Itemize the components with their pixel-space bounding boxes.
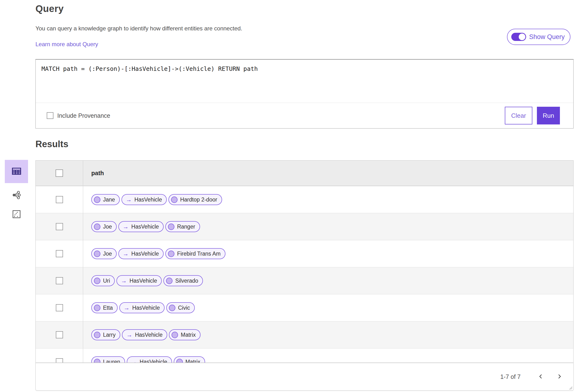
entity-pill-source[interactable]: Joe — [91, 221, 117, 232]
entity-pill-target[interactable]: Matrix — [169, 329, 200, 340]
header-path-cell: path — [83, 161, 573, 186]
link-chart-view-button[interactable] — [10, 189, 23, 202]
relationship-pill[interactable]: →HasVehicle — [117, 275, 162, 286]
relationship-label: HasVehicle — [134, 196, 162, 203]
entity-label: Hardtop 2-door — [180, 196, 217, 203]
node-icon — [176, 359, 183, 363]
query-editor: MATCH path = (:Person)-[:HasVehicle]->(:… — [35, 59, 574, 129]
node-icon — [169, 305, 175, 311]
entity-label: Lauren — [103, 359, 120, 363]
run-button[interactable]: Run — [537, 107, 560, 124]
entity-label: Uri — [103, 278, 110, 284]
node-icon — [168, 223, 174, 230]
relationship-pill[interactable]: →HasVehicle — [121, 194, 167, 205]
entity-label: Etta — [103, 305, 113, 311]
path-column-header: path — [91, 170, 104, 177]
relationship-pill[interactable]: →HasVehicle — [119, 302, 165, 313]
entity-label: Firebird Trans Am — [177, 251, 221, 257]
node-icon — [94, 251, 100, 257]
entity-pill-source[interactable]: Larry — [91, 329, 120, 340]
row-checkbox[interactable] — [56, 331, 63, 338]
table-header-row: path — [36, 161, 573, 186]
entity-pill-source[interactable]: Joe — [91, 248, 117, 259]
edge-arrow-icon: → — [124, 305, 130, 311]
node-icon — [94, 278, 100, 284]
relationship-label: HasVehicle — [132, 305, 160, 311]
row-checkbox[interactable] — [56, 223, 63, 230]
show-query-toggle[interactable]: Show Query — [507, 29, 571, 45]
entity-label: Joe — [103, 223, 112, 230]
node-icon — [171, 332, 178, 338]
pagination-bar: 1-7 of 7 — [35, 363, 574, 391]
node-icon — [94, 359, 100, 363]
entity-pill-target[interactable]: Ranger — [165, 221, 200, 232]
relationship-label: HasVehicle — [131, 251, 159, 257]
select-all-checkbox[interactable] — [56, 170, 63, 177]
node-icon — [94, 332, 100, 338]
row-checkbox[interactable] — [56, 277, 63, 284]
map-view-icon — [12, 209, 21, 220]
node-icon — [94, 305, 100, 311]
node-icon — [168, 251, 174, 257]
results-view-switcher — [5, 160, 28, 221]
next-page-button[interactable] — [554, 371, 565, 382]
table-row: Jane →HasVehicle Hardtop 2-door — [36, 186, 573, 213]
relationship-pill[interactable]: →HasVehicle — [118, 248, 164, 259]
edge-arrow-icon: → — [123, 223, 129, 230]
page-description: You can query a knowledge graph to ident… — [35, 25, 574, 32]
entity-label: Joe — [103, 251, 112, 257]
table-row: Larry →HasVehicle Matrix — [36, 321, 573, 348]
entity-label: Larry — [103, 332, 116, 338]
page-title: Query — [35, 3, 574, 14]
node-icon — [94, 196, 100, 203]
query-toolbar: Include Provenance Clear Run — [36, 103, 573, 128]
entity-pill-target[interactable]: Civic — [166, 302, 195, 313]
include-provenance-checkbox[interactable] — [47, 112, 53, 119]
clear-button[interactable]: Clear — [505, 107, 532, 124]
entity-pill-source[interactable]: Uri — [91, 275, 115, 286]
entity-label: Matrix — [185, 359, 200, 363]
node-icon — [166, 278, 172, 284]
entity-pill-source[interactable]: Jane — [91, 194, 120, 205]
table-row: Joe →HasVehicle Ranger — [36, 213, 573, 240]
row-checkbox[interactable] — [56, 250, 63, 257]
entity-pill-target[interactable]: Firebird Trans Am — [165, 248, 225, 259]
relationship-label: HasVehicle — [135, 332, 163, 338]
relationship-label: HasVehicle — [129, 278, 157, 284]
entity-pill-source[interactable]: Lauren — [91, 356, 125, 363]
entity-pill-target[interactable]: Silverado — [163, 275, 203, 286]
relationship-pill[interactable]: →HasVehicle — [127, 356, 172, 363]
edge-arrow-icon: → — [131, 358, 137, 363]
row-checkbox[interactable] — [56, 304, 63, 311]
previous-page-button[interactable] — [535, 371, 546, 382]
edge-arrow-icon: → — [126, 196, 132, 203]
include-provenance-label: Include Provenance — [57, 112, 110, 119]
toggle-switch-icon[interactable] — [511, 33, 526, 41]
query-text-input[interactable]: MATCH path = (:Person)-[:HasVehicle]->(:… — [36, 60, 573, 103]
map-view-button[interactable] — [10, 208, 23, 221]
edge-arrow-icon: → — [126, 331, 132, 338]
relationship-label: HasVehicle — [131, 223, 159, 230]
edge-arrow-icon: → — [123, 250, 129, 257]
chevron-left-icon — [538, 373, 544, 380]
table-row: Etta →HasVehicle Civic — [36, 294, 573, 321]
relationship-pill[interactable]: →HasVehicle — [118, 221, 164, 232]
link-chart-view-icon — [11, 190, 22, 201]
table-view-button[interactable] — [5, 160, 28, 183]
header-checkbox-cell — [36, 161, 83, 186]
main-content: Query You can query a knowledge graph to… — [35, 0, 574, 391]
row-checkbox[interactable] — [56, 358, 63, 363]
entity-label: Civic — [178, 305, 190, 311]
table-row: Lauren →HasVehicle Matrix — [36, 348, 573, 363]
learn-more-link[interactable]: Learn more about Query — [35, 41, 98, 48]
entity-pill-target[interactable]: Hardtop 2-door — [168, 194, 222, 205]
textarea-resize-handle-icon[interactable] — [568, 385, 572, 390]
row-checkbox[interactable] — [56, 196, 63, 203]
show-query-label: Show Query — [529, 33, 565, 41]
entity-pill-target[interactable]: Matrix — [174, 356, 205, 363]
entity-pill-source[interactable]: Etta — [91, 302, 118, 313]
entity-label: Silverado — [175, 278, 198, 284]
chevron-right-icon — [556, 373, 563, 380]
node-icon — [94, 223, 100, 230]
relationship-pill[interactable]: →HasVehicle — [122, 329, 167, 340]
